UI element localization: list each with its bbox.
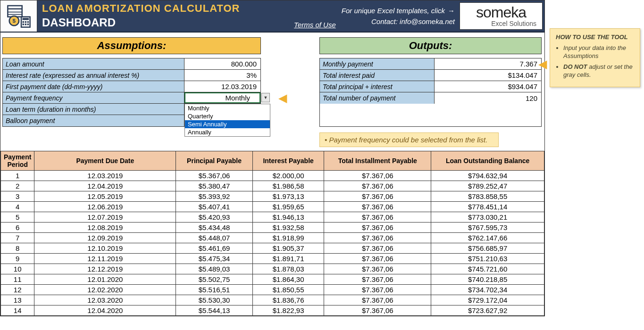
table-cell: 1 [1, 171, 34, 181]
table-cell: 7 [1, 233, 34, 243]
table-cell: $2.000,00 [252, 171, 324, 181]
table-cell: $762.147,66 [431, 233, 544, 243]
sticky-title: HOW TO USE THE TOOL [556, 33, 634, 41]
schedule-header: Payment Due Date [34, 151, 176, 171]
table-cell: 2 [1, 181, 34, 191]
table-cell: $740.218,85 [431, 274, 544, 285]
templates-link[interactable]: For unique Excel templates, click → [342, 7, 455, 17]
table-row: 312.05.2019$5.393,92$1.973,13$7.367,06$7… [1, 191, 544, 202]
table-cell: $5.367,06 [176, 171, 252, 181]
table-cell: $773.030,21 [431, 212, 544, 223]
table-row: 912.11.2019$5.475,34$1.891,71$7.367,06$7… [1, 254, 544, 264]
chevron-down-icon: ▼ [264, 95, 268, 100]
assump-label: Loan amount [3, 58, 184, 69]
table-cell: 12.08.2019 [34, 223, 176, 233]
svg-rect-10 [27, 21, 28, 23]
table-cell: $1.946,13 [252, 212, 324, 223]
table-cell: $1.850,55 [252, 285, 324, 295]
dropdown-option[interactable]: Annually [185, 128, 270, 136]
interest-rate-input[interactable]: 3% [184, 70, 260, 81]
table-cell: $756.685,97 [431, 243, 544, 254]
table-cell: $5.420,93 [176, 212, 252, 223]
table-cell: 8 [1, 243, 34, 254]
table-cell: $778.451,14 [431, 202, 544, 212]
table-row: 112.03.2019$5.367,06$2.000,00$7.367,06$7… [1, 171, 544, 181]
table-row: 212.04.2019$5.380,47$1.986,58$7.367,06$7… [1, 181, 544, 191]
loan-amount-input[interactable]: 800.000 [184, 58, 260, 69]
first-payment-date-input[interactable]: 12.03.2019 [184, 81, 260, 92]
table-cell: $7.367,06 [324, 295, 431, 305]
table-cell: $729.172,04 [431, 295, 544, 305]
table-cell: 12.06.2019 [34, 202, 176, 212]
table-cell: 13 [1, 295, 34, 305]
pointer-arrow-icon: ◀ [278, 91, 287, 105]
table-cell: $1.932,58 [252, 223, 324, 233]
dropdown-option[interactable]: Semi Annually [185, 120, 270, 128]
arrow-right-icon: → [448, 7, 455, 15]
table-row: 812.10.2019$5.461,69$1.905,37$7.367,06$7… [1, 243, 544, 254]
table-row: 712.09.2019$5.448,07$1.918,99$7.367,06$7… [1, 233, 544, 243]
dropdown-button[interactable]: ▼ [261, 93, 270, 102]
svg-rect-11 [22, 24, 24, 25]
table-row: 1212.02.2020$5.516,51$1.850,55$7.367,06$… [1, 285, 544, 295]
table-cell: $1.986,58 [252, 181, 324, 191]
table-cell: $1.891,71 [252, 254, 324, 264]
table-cell: $5.502,75 [176, 274, 252, 285]
svg-text:$: $ [12, 17, 16, 24]
table-cell: 4 [1, 202, 34, 212]
table-cell: 3 [1, 191, 34, 202]
table-cell: $789.252,47 [431, 181, 544, 191]
table-cell: 12.04.2019 [34, 181, 176, 191]
table-cell: $5.448,07 [176, 233, 252, 243]
table-cell: $1.836,76 [252, 295, 324, 305]
table-cell: $5.393,92 [176, 191, 252, 202]
table-row: 1312.03.2020$5.530,30$1.836,76$7.367,06$… [1, 295, 544, 305]
page-title: DASHBOARD [42, 15, 288, 30]
table-cell: $7.367,06 [324, 202, 431, 212]
table-row: 412.06.2019$5.407,41$1.959,65$7.367,06$7… [1, 202, 544, 212]
table-cell: $1.918,99 [252, 233, 324, 243]
help-sticky-note: HOW TO USE THE TOOL Input your data into… [550, 28, 640, 87]
table-cell: $5.516,51 [176, 285, 252, 295]
table-cell: 12.09.2019 [34, 233, 176, 243]
table-cell: $5.544,13 [176, 305, 252, 316]
table-row: 1112.01.2020$5.502,75$1.864,30$7.367,06$… [1, 274, 544, 285]
table-cell: $5.475,34 [176, 254, 252, 264]
amortization-schedule: PaymentPeriodPayment Due DatePrincipal P… [0, 151, 544, 316]
table-row: 512.07.2019$5.420,93$1.946,13$7.367,06$7… [1, 212, 544, 223]
brand-logo[interactable]: someka Excel Solutions [460, 2, 543, 30]
table-cell: $7.367,06 [324, 285, 431, 295]
svg-rect-8 [22, 21, 24, 23]
app-title: LOAN AMORTIZATION CALCULATOR [42, 2, 288, 15]
schedule-header: Interest Payable [252, 151, 324, 171]
table-row: 1412.04.2020$5.544,13$1.822,93$7.367,06$… [1, 305, 544, 316]
table-cell: $5.434,48 [176, 223, 252, 233]
table-cell: $794.632,94 [431, 171, 544, 181]
svg-rect-12 [25, 24, 26, 25]
dropdown-option[interactable]: Quarterly [185, 112, 270, 120]
table-cell: $7.367,06 [324, 171, 431, 181]
table-cell: $7.367,06 [324, 223, 431, 233]
output-label: Total number of payment [320, 92, 435, 104]
dropdown-option[interactable]: Monthly [185, 104, 270, 112]
schedule-header: Principal Payable [176, 151, 252, 171]
output-label: Total principal + interest [320, 81, 435, 92]
table-cell: $1.905,37 [252, 243, 324, 254]
terms-link[interactable]: Terms of Use [294, 21, 336, 29]
table-cell: 12.03.2019 [34, 171, 176, 181]
table-cell: $767.595,73 [431, 223, 544, 233]
frequency-dropdown[interactable]: MonthlyQuarterlySemi AnnuallyAnnually [184, 104, 270, 137]
table-row: 1012.12.2019$5.489,03$1.878,03$7.367,06$… [1, 264, 544, 274]
total-interest-value: $134.047 [435, 70, 541, 81]
table-cell: 12 [1, 285, 34, 295]
assump-label: Payment frequency [3, 92, 184, 103]
payment-frequency-select[interactable]: Monthly [184, 92, 260, 103]
table-cell: 12.01.2020 [34, 274, 176, 285]
table-cell: 11 [1, 274, 34, 285]
table-cell: $783.858,55 [431, 191, 544, 202]
table-cell: $7.367,06 [324, 191, 431, 202]
table-cell: 12.10.2019 [34, 243, 176, 254]
table-cell: 12.11.2019 [34, 254, 176, 264]
table-cell: 10 [1, 264, 34, 274]
outputs-heading: Outputs: [319, 37, 542, 54]
